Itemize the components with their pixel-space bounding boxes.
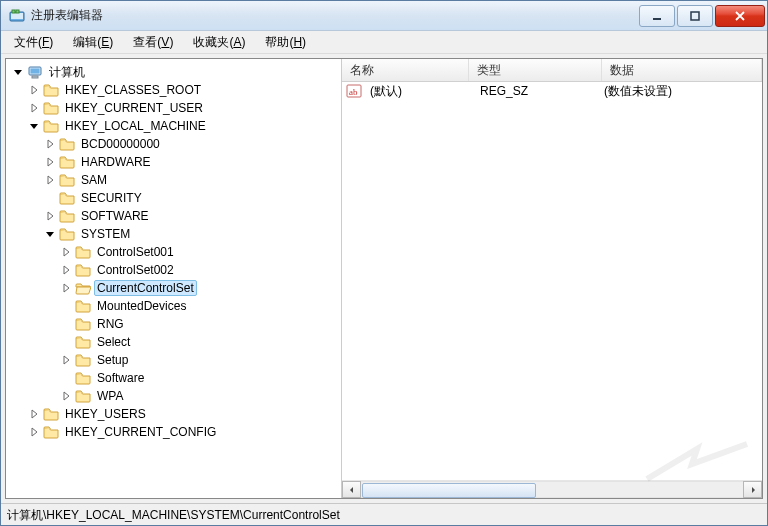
folder-icon — [59, 226, 75, 242]
menu-view[interactable]: 查看(V) — [124, 31, 182, 54]
folder-icon — [75, 262, 91, 278]
tree-node-label: HKEY_USERS — [62, 406, 149, 422]
tree-node-wpa[interactable]: WPA — [6, 387, 341, 405]
expander-icon[interactable] — [58, 244, 74, 260]
column-header-name[interactable]: 名称 — [342, 59, 469, 81]
tree-node-label: Software — [94, 370, 147, 386]
column-header-type[interactable]: 类型 — [469, 59, 602, 81]
folder-icon — [43, 424, 59, 440]
tree-node-bcd[interactable]: BCD00000000 — [6, 135, 341, 153]
menu-file[interactable]: 文件(F) — [5, 31, 62, 54]
svg-rect-1 — [11, 13, 23, 19]
expander-icon[interactable] — [42, 154, 58, 170]
expander-icon[interactable] — [58, 262, 74, 278]
tree-node-label: HARDWARE — [78, 154, 154, 170]
tree-node-mounteddevices[interactable]: MountedDevices — [6, 297, 341, 315]
tree-node-currentcontrolset[interactable]: CurrentControlSet — [6, 279, 341, 297]
folder-icon — [75, 370, 91, 386]
menu-edit[interactable]: 编辑(E) — [64, 31, 122, 54]
expander-icon[interactable] — [26, 118, 42, 134]
tree-node-computer[interactable]: 计算机 — [6, 63, 341, 81]
folder-icon — [75, 316, 91, 332]
expander-icon[interactable] — [26, 100, 42, 116]
expander-icon[interactable] — [42, 226, 58, 242]
column-header-data[interactable]: 数据 — [602, 59, 762, 81]
tree-pane[interactable]: ab 计算机 HKEY_CLASSES_ROOT — [6, 59, 342, 498]
folder-icon — [75, 298, 91, 314]
tree-node-label: HKEY_CURRENT_CONFIG — [62, 424, 219, 440]
menu-favorites[interactable]: 收藏夹(A) — [184, 31, 254, 54]
tree-node-label: HKEY_CLASSES_ROOT — [62, 82, 204, 98]
tree-node-label: SAM — [78, 172, 110, 188]
tree-node-select[interactable]: Select — [6, 333, 341, 351]
minimize-button[interactable] — [639, 5, 675, 27]
tree-node-label: RNG — [94, 316, 127, 332]
tree-node-hkcr[interactable]: HKEY_CLASSES_ROOT — [6, 81, 341, 99]
client-area: ab 计算机 HKEY_CLASSES_ROOT — [1, 54, 767, 525]
expander-icon[interactable] — [42, 172, 58, 188]
horizontal-scrollbar[interactable] — [342, 480, 762, 498]
tree-node-sam[interactable]: SAM — [6, 171, 341, 189]
menu-help[interactable]: 帮助(H) — [256, 31, 315, 54]
string-value-icon — [346, 83, 362, 99]
expander-icon[interactable] — [26, 424, 42, 440]
tree-node-label: Setup — [94, 352, 131, 368]
tree-node-cs2[interactable]: ControlSet002 — [6, 261, 341, 279]
list-header[interactable]: 名称 类型 数据 — [342, 59, 762, 82]
tree-node-label: 计算机 — [46, 63, 88, 82]
folder-icon — [75, 244, 91, 260]
registry-tree: ab 计算机 HKEY_CLASSES_ROOT — [6, 59, 341, 445]
svg-rect-2 — [12, 10, 15, 13]
expander-icon[interactable] — [26, 82, 42, 98]
tree-node-label: ControlSet002 — [94, 262, 177, 278]
expander-icon[interactable] — [58, 388, 74, 404]
window-controls — [637, 5, 765, 27]
scroll-left-button[interactable] — [342, 481, 361, 498]
tree-node-security[interactable]: SECURITY — [6, 189, 341, 207]
tree-node-system[interactable]: SYSTEM — [6, 225, 341, 243]
expander-icon[interactable] — [42, 208, 58, 224]
tree-node-hardware[interactable]: HARDWARE — [6, 153, 341, 171]
list-pane: 名称 类型 数据 (默认) REG_SZ (数值未设置) — [342, 59, 762, 498]
tree-node-setup[interactable]: Setup — [6, 351, 341, 369]
folder-icon — [59, 172, 75, 188]
window-title: 注册表编辑器 — [31, 7, 637, 24]
close-button[interactable] — [715, 5, 765, 27]
expander-icon[interactable] — [58, 352, 74, 368]
tree-node-hkcu[interactable]: HKEY_CURRENT_USER — [6, 99, 341, 117]
tree-node-label: ControlSet001 — [94, 244, 177, 260]
expander-icon[interactable] — [26, 406, 42, 422]
list-row[interactable]: (默认) REG_SZ (数值未设置) — [342, 82, 762, 100]
expander-icon[interactable] — [10, 64, 26, 80]
tree-node-rng[interactable]: RNG — [6, 315, 341, 333]
svg-rect-4 — [653, 18, 661, 20]
title-bar[interactable]: 注册表编辑器 — [1, 1, 767, 31]
scroll-right-button[interactable] — [743, 481, 762, 498]
expander-icon[interactable] — [42, 136, 58, 152]
list-body[interactable]: (默认) REG_SZ (数值未设置) — [342, 82, 762, 480]
tree-node-label: SECURITY — [78, 190, 145, 206]
tree-node-hku[interactable]: HKEY_USERS — [6, 405, 341, 423]
tree-node-label: SYSTEM — [78, 226, 133, 242]
tree-node-software-system[interactable]: Software — [6, 369, 341, 387]
registry-editor-window: 注册表编辑器 文件(F) 编辑(E) 查看(V) 收藏夹(A) 帮助(H) — [0, 0, 768, 526]
folder-icon — [43, 82, 59, 98]
tree-node-hkcc[interactable]: HKEY_CURRENT_CONFIG — [6, 423, 341, 441]
tree-node-cs1[interactable]: ControlSet001 — [6, 243, 341, 261]
tree-node-hklm[interactable]: HKEY_LOCAL_MACHINE — [6, 117, 341, 135]
computer-icon — [27, 64, 43, 80]
tree-node-label: BCD00000000 — [78, 136, 163, 152]
folder-icon — [75, 388, 91, 404]
folder-icon — [43, 118, 59, 134]
folder-icon — [75, 352, 91, 368]
app-icon — [9, 8, 25, 24]
expander-icon[interactable] — [58, 280, 74, 296]
scrollbar-thumb[interactable] — [362, 483, 536, 498]
folder-open-icon — [75, 280, 91, 296]
scrollbar-track[interactable] — [361, 481, 743, 498]
tree-node-label: HKEY_CURRENT_USER — [62, 100, 206, 116]
tree-node-software-hklm[interactable]: SOFTWARE — [6, 207, 341, 225]
maximize-button[interactable] — [677, 5, 713, 27]
menu-bar: 文件(F) 编辑(E) 查看(V) 收藏夹(A) 帮助(H) — [1, 31, 767, 54]
tree-node-label: SOFTWARE — [78, 208, 152, 224]
